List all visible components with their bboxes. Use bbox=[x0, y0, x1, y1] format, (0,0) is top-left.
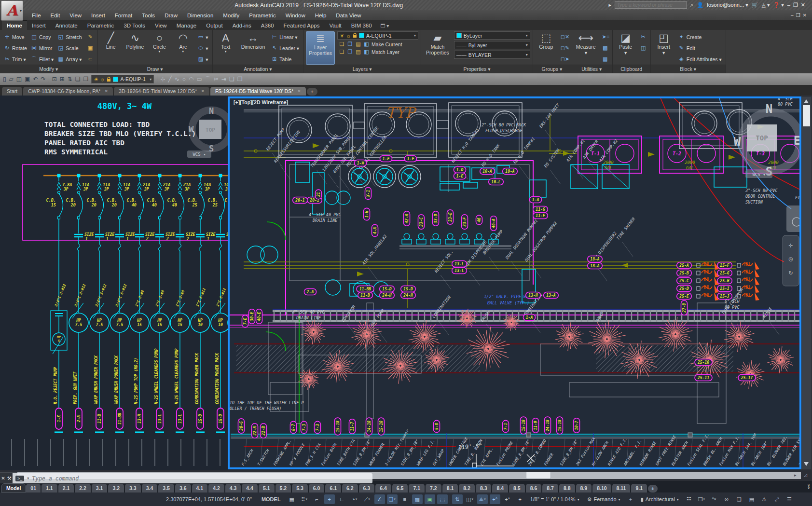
btn-stretch[interactable]: ◱Stretch bbox=[56, 31, 83, 42]
layout-tab-4.1[interactable]: 4.1 bbox=[192, 484, 208, 492]
qat-icon[interactable]: ▣ bbox=[25, 76, 30, 82]
btn-paste--[interactable]: ◪Paste▾ bbox=[615, 31, 636, 65]
menu-tools[interactable]: Tools bbox=[137, 13, 160, 18]
qat-icon[interactable]: ▯ bbox=[3, 76, 6, 82]
menu-view[interactable]: View bbox=[65, 13, 86, 18]
status-toggle-icon[interactable]: °ᵒ bbox=[709, 494, 719, 504]
menu-parametric[interactable]: Parametric bbox=[244, 13, 281, 18]
layout-overflow-icon[interactable]: ∨∨ bbox=[807, 485, 810, 492]
tool-[interactable]: ◻➤ bbox=[559, 54, 568, 65]
menu-edit[interactable]: Edit bbox=[46, 13, 65, 18]
panel-title-block[interactable]: Block ▾ bbox=[651, 65, 726, 73]
status-toggle-icon[interactable]: ≡ bbox=[399, 494, 410, 504]
status-toggle-icon[interactable]: ⠿▾ bbox=[299, 494, 310, 504]
status-toggle-icon[interactable]: ☰ bbox=[784, 494, 795, 504]
model-space-toggle[interactable]: MODEL bbox=[258, 496, 285, 502]
layer-dropdown[interactable]: ☀☼A-EQUIP-1▾ bbox=[337, 31, 418, 40]
file-tab[interactable]: CWP-18384-C6-Zips-Moon, PA*✕ bbox=[23, 87, 113, 96]
btn-dimension[interactable]: ↔Dimension bbox=[239, 31, 268, 65]
tray-plus-icon[interactable]: ＋ bbox=[625, 494, 636, 504]
qat-ghost-icon[interactable]: ∿ bbox=[175, 76, 179, 82]
status-toggle-icon[interactable]: ⌐ bbox=[312, 494, 322, 504]
file-tab[interactable]: FS-19264-D5-Tidal Wave 120' DS*✕ bbox=[210, 87, 306, 96]
status-toggle-icon[interactable]: ⇅ bbox=[452, 494, 463, 504]
hscroll-right-arrow[interactable]: ▸ bbox=[794, 472, 797, 479]
btn-[interactable]: ▨▾ bbox=[196, 54, 209, 65]
tool-edit[interactable]: ✎Edit bbox=[677, 42, 723, 54]
qat-ghost-icon[interactable]: ⇥ bbox=[221, 76, 226, 82]
autocad-logo[interactable]: A▾ bbox=[1, 0, 23, 21]
command-line-grip[interactable]: ✕⚒ bbox=[0, 473, 13, 483]
tool-[interactable]: ▦ bbox=[601, 54, 610, 65]
layout-tab-4.2[interactable]: 4.2 bbox=[208, 484, 224, 492]
annotation-scale[interactable]: 1/8" = 1'-0" / 1.04% ▾ bbox=[527, 496, 582, 502]
layout-tab-2.2[interactable]: 2.2 bbox=[75, 484, 91, 492]
qat-ghost-icon[interactable]: ▭ bbox=[196, 76, 202, 82]
ribbon-tab-parametric[interactable]: Parametric bbox=[83, 21, 119, 30]
ribbon-collapse-icon[interactable]: 🗔 ▾ bbox=[381, 23, 389, 30]
btn-polyline[interactable]: ∿Polyline bbox=[124, 31, 147, 65]
status-toggle-icon[interactable]: ⊘ bbox=[721, 494, 732, 504]
file-tab[interactable]: 3D-19264-D5-Tidal Wave 120' DS*✕ bbox=[114, 87, 209, 96]
layout-tab-7.1[interactable]: 7.1 bbox=[409, 484, 425, 492]
search-binoculars-icon[interactable]: ⌕ bbox=[690, 2, 693, 8]
qat-ghost-icon[interactable]: ◠ bbox=[189, 76, 193, 82]
ribbon-tab-vault[interactable]: Vault bbox=[324, 21, 346, 30]
btn-table[interactable]: ⊞Table bbox=[270, 54, 301, 65]
window-controls[interactable]: –❐✕ bbox=[787, 2, 808, 8]
layout-tab-5.2[interactable]: 5.2 bbox=[275, 484, 291, 492]
panel-title-groups[interactable]: Groups ▾ bbox=[533, 65, 571, 73]
btn-rotate[interactable]: ↻Rotate bbox=[2, 42, 28, 54]
qat-ghost-icon[interactable]: ╱ bbox=[168, 76, 171, 82]
property-select-1[interactable]: ——ByLayer▾ bbox=[454, 41, 530, 49]
ribbon-tab-insert[interactable]: Insert bbox=[27, 21, 51, 30]
property-select-2[interactable]: ——BYLAYER▾ bbox=[454, 51, 530, 59]
layout-tab-8.9[interactable]: 8.9 bbox=[576, 484, 592, 492]
panel-title-utilities[interactable]: Utilities ▾ bbox=[571, 65, 612, 73]
btn-leader[interactable]: ↖Leader ▾ bbox=[270, 42, 301, 54]
new-layout-button[interactable]: + bbox=[648, 485, 658, 492]
status-toggle-icon[interactable]: ▣ bbox=[425, 494, 435, 504]
qat-icon[interactable]: ↷ bbox=[41, 76, 46, 82]
status-toggle-icon[interactable]: ❏▾ bbox=[387, 494, 398, 504]
ribbon-tab-view[interactable]: View bbox=[150, 21, 172, 30]
status-toggle-icon[interactable]: ▩ bbox=[412, 494, 423, 504]
layout-tab-6.2[interactable]: 6.2 bbox=[342, 484, 358, 492]
btn-array[interactable]: ▦Array ▾ bbox=[56, 54, 83, 65]
btn-match-layer[interactable]: ❏❐▤◧Match Layer bbox=[337, 49, 418, 55]
layout-tab-8.11[interactable]: 8.11 bbox=[612, 484, 631, 492]
qat-ghost-icon[interactable]: ❐ bbox=[237, 76, 243, 82]
drawing-area[interactable]: TOPNWSWCS ▾480V, 3~ 4WTOTAL CONNECTED LO… bbox=[0, 96, 812, 470]
qat-ghost-icon[interactable]: ⌒ bbox=[205, 75, 211, 83]
status-toggle-icon[interactable]: ∟ bbox=[337, 494, 347, 504]
qat-ghost-icon[interactable]: ❏ bbox=[229, 76, 234, 82]
btn-make-current[interactable]: ❏❐▤◧Make Current bbox=[337, 41, 418, 47]
qat-ghost-icon[interactable]: ⊹ bbox=[160, 76, 165, 82]
btn-move[interactable]: ✛Move bbox=[2, 31, 28, 42]
tool-[interactable]: ➤≡ bbox=[601, 31, 610, 42]
status-toggle-icon[interactable]: ▦ bbox=[287, 494, 297, 504]
btn-fillet[interactable]: ⌒Fillet ▾ bbox=[29, 54, 55, 65]
layout-tab-01[interactable]: 01 bbox=[26, 484, 41, 492]
qat-ghost-icon[interactable]: ○ bbox=[182, 76, 186, 82]
help-icon[interactable]: ❓ ▾ bbox=[773, 2, 784, 8]
status-toggle-icon[interactable]: ⟁▾ bbox=[477, 494, 488, 504]
btn-group[interactable]: ⬚Group bbox=[536, 31, 557, 65]
qat-layer-tool-icon[interactable]: ❏ bbox=[75, 76, 81, 82]
layout-tab-model[interactable]: Model bbox=[2, 484, 25, 492]
annotation-style[interactable]: ▮ Architectural ▾ bbox=[638, 496, 682, 503]
document-window-controls[interactable]: –❐✕ bbox=[791, 13, 809, 18]
status-toggle-icon[interactable]: ◔▾ bbox=[349, 494, 360, 504]
btn-trim[interactable]: ✂Trim ▾ bbox=[2, 54, 28, 65]
menu-format[interactable]: Format bbox=[110, 13, 137, 18]
panel-title-layers[interactable]: Layers ▾ bbox=[303, 65, 421, 73]
autodesk-a-icon[interactable]: ◬ ▾ bbox=[761, 2, 770, 8]
layout-tab-4.4[interactable]: 4.4 bbox=[242, 484, 258, 492]
panel-title-modify[interactable]: Modify ▾ bbox=[0, 65, 97, 73]
status-toggle-icon[interactable]: ❏ bbox=[734, 494, 744, 504]
ribbon-tab-manage[interactable]: Manage bbox=[172, 21, 202, 30]
layout-tab-6.1[interactable]: 6.1 bbox=[325, 484, 341, 492]
status-toggle-icon[interactable]: ⟋▾ bbox=[362, 494, 372, 504]
menu-modify[interactable]: Modify bbox=[218, 13, 244, 18]
menu-file[interactable]: File bbox=[27, 13, 46, 18]
